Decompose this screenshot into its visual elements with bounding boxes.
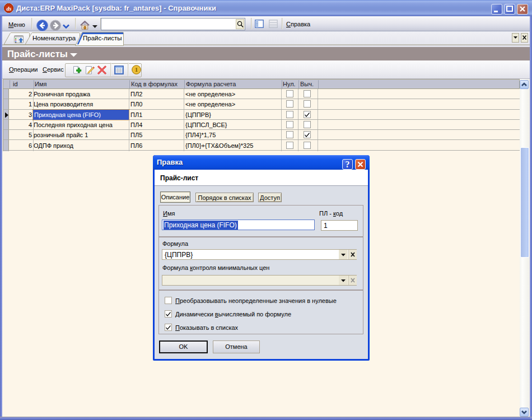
svg-text:?: ? xyxy=(346,160,350,169)
svg-text:ds: ds xyxy=(7,6,12,12)
svg-text:1: 1 xyxy=(135,66,138,73)
